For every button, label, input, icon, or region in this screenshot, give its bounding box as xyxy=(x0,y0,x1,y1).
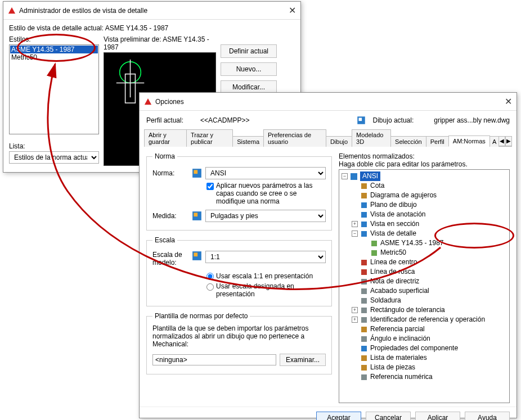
tree-node-n7[interactable]: Nota de directriz xyxy=(342,277,507,286)
tree-node-label: Rectángulo de tolerancia xyxy=(370,305,445,315)
tree-node-label: Vista de anotación xyxy=(370,210,426,219)
tree-node-n9[interactable]: Soldadura xyxy=(342,296,507,305)
node-icon xyxy=(360,364,368,372)
standard-select[interactable]: ANSI xyxy=(205,167,326,179)
std-elements-header: Elementos normalizados: xyxy=(339,152,510,160)
std-elements-tree[interactable]: − ANSI CotaDiagrama de agujerosPlano de … xyxy=(339,169,510,403)
tree-node-label: Lista de piezas xyxy=(370,363,415,372)
svg-rect-30 xyxy=(361,317,367,323)
profile-value: <<ACADMPP>> xyxy=(200,116,249,124)
close-icon[interactable]: ✕ xyxy=(505,96,512,107)
ok-button[interactable]: Aceptar xyxy=(316,412,361,420)
tab-3d[interactable]: Modelado 3D xyxy=(352,129,391,147)
scale-radio-1-label: Usar escala 1:1 en presentación xyxy=(216,272,313,280)
scale-fieldset: Escala Escala de modelo: 1:1 Usar escala… xyxy=(146,236,332,306)
annotation-ellipse-2 xyxy=(434,223,514,249)
tree-node-n10[interactable]: +Rectángulo de tolerancia xyxy=(342,305,507,315)
help-button[interactable]: Ayuda xyxy=(465,412,510,420)
tree-node-label: Nota de directriz xyxy=(370,277,419,286)
tree-node-detail-child[interactable]: Metric50 xyxy=(342,248,507,258)
annotation-ellipse-1 xyxy=(17,34,96,62)
svg-rect-19 xyxy=(361,212,367,218)
svg-rect-28 xyxy=(361,298,367,304)
tree-node-n5[interactable]: Línea de centro xyxy=(342,258,507,267)
tab-plot[interactable]: Trazar y publicar xyxy=(186,129,233,147)
tree-node-label: Propiedades del componente xyxy=(370,344,458,353)
tab-open-save[interactable]: Abrir y guardar xyxy=(144,129,187,147)
options-titlebar: Opciones ✕ xyxy=(140,93,516,111)
app-logo-icon xyxy=(144,98,152,106)
template-path-input[interactable] xyxy=(152,354,276,365)
tree-node-label: Acabado superficial xyxy=(370,286,429,296)
cancel-button[interactable]: Cancelar xyxy=(366,412,411,420)
tab-scroll-left-icon[interactable]: ◀ xyxy=(498,136,505,146)
svg-rect-26 xyxy=(361,279,367,284)
node-icon xyxy=(360,326,368,333)
template-legend: Plantilla de normas por defecto xyxy=(152,312,250,320)
tree-node-n13[interactable]: Ángulo e inclinación xyxy=(342,334,507,344)
tree-node-n15[interactable]: Lista de materiales xyxy=(342,353,507,363)
tree-node-n14[interactable]: Propiedades del componente xyxy=(342,344,507,353)
node-icon xyxy=(370,249,378,257)
tree-node-n0[interactable]: Cota xyxy=(342,181,507,191)
drawing-value: gripper ass...bly new.dwg xyxy=(434,116,510,124)
node-icon xyxy=(360,182,368,190)
tab-profile[interactable]: Perfil xyxy=(426,136,449,147)
expand-icon[interactable]: − xyxy=(352,231,358,237)
list-label: Lista: xyxy=(9,142,99,150)
close-icon[interactable]: ✕ xyxy=(289,5,296,16)
model-scale-label: Escala de modelo: xyxy=(152,251,192,267)
svg-rect-22 xyxy=(371,241,377,246)
node-icon xyxy=(360,354,368,362)
tree-node-n17[interactable]: Referencia numérica xyxy=(342,372,507,382)
scale-radio-2[interactable] xyxy=(206,283,214,291)
scale-radio-1[interactable] xyxy=(206,273,214,280)
standard-label: Norma: xyxy=(152,169,192,177)
svg-rect-36 xyxy=(361,374,367,380)
tree-node-label: Línea de centro xyxy=(370,258,417,267)
expand-icon[interactable]: + xyxy=(352,221,358,227)
standard-legend: Norma xyxy=(152,152,177,160)
measure-select[interactable]: Pulgadas y pies xyxy=(205,210,326,222)
tree-node-n8[interactable]: Acabado superficial xyxy=(342,286,507,296)
options-tabs: Abrir y guardar Trazar y publicar Sistem… xyxy=(144,129,512,147)
expand-icon[interactable]: + xyxy=(352,317,358,323)
tab-am-standards[interactable]: AM:Normas xyxy=(448,136,490,147)
collapse-icon[interactable]: − xyxy=(342,173,348,179)
tree-node-n3[interactable]: Vista de anotación xyxy=(342,210,507,219)
svg-rect-15 xyxy=(351,173,357,180)
svg-rect-29 xyxy=(361,308,367,313)
tree-node-label: Vista en sección xyxy=(370,219,419,229)
set-current-button[interactable]: Definir actual xyxy=(221,44,277,58)
tab-scroll-right-icon[interactable]: ▶ xyxy=(505,136,512,146)
expand-icon[interactable]: + xyxy=(352,307,358,313)
tree-node-n6[interactable]: Línea de rosca xyxy=(342,267,507,277)
node-icon xyxy=(370,240,378,247)
current-style-label: Estilo de vista de detalle actual: ASME … xyxy=(9,24,295,32)
tree-node-n16[interactable]: Lista de piezas xyxy=(342,363,507,372)
apply-params-checkbox[interactable] xyxy=(206,183,214,190)
tree-node-n2[interactable]: Plano de dibujo xyxy=(342,200,507,210)
apply-params-label: Aplicar nuevos parámetros a las capas cu… xyxy=(216,182,326,205)
tree-node-n11[interactable]: +Identificador de referencia y operación xyxy=(342,315,507,324)
tree-node-n1[interactable]: Diagrama de agujeros xyxy=(342,191,507,200)
node-icon xyxy=(360,306,368,314)
tree-node-n12[interactable]: Referencia parcial xyxy=(342,324,507,334)
tab-drafting[interactable]: Dibujo xyxy=(326,136,352,147)
node-icon xyxy=(360,278,368,286)
tree-node-label: Referencia parcial xyxy=(370,324,425,334)
svg-rect-16 xyxy=(361,183,367,189)
tree-root[interactable]: − ANSI xyxy=(342,171,507,181)
model-scale-select[interactable]: 1:1 xyxy=(205,251,326,263)
svg-rect-25 xyxy=(361,269,367,275)
list-filter-select[interactable]: Estilos de la norma actual xyxy=(9,151,99,164)
apply-button[interactable]: Aplicar xyxy=(415,412,460,420)
standard-fieldset: Norma Norma: ANSI Aplicar nuevos parámet… xyxy=(146,152,332,231)
svg-rect-31 xyxy=(361,327,367,332)
tab-selection[interactable]: Selección xyxy=(390,136,426,147)
browse-button[interactable]: Examinar... xyxy=(280,354,326,366)
tab-system[interactable]: Sistema xyxy=(232,136,264,147)
new-button[interactable]: Nuevo... xyxy=(221,62,277,76)
tab-truncated[interactable]: A xyxy=(489,136,499,147)
tab-user-pref[interactable]: Preferencias de usuario xyxy=(263,129,326,147)
